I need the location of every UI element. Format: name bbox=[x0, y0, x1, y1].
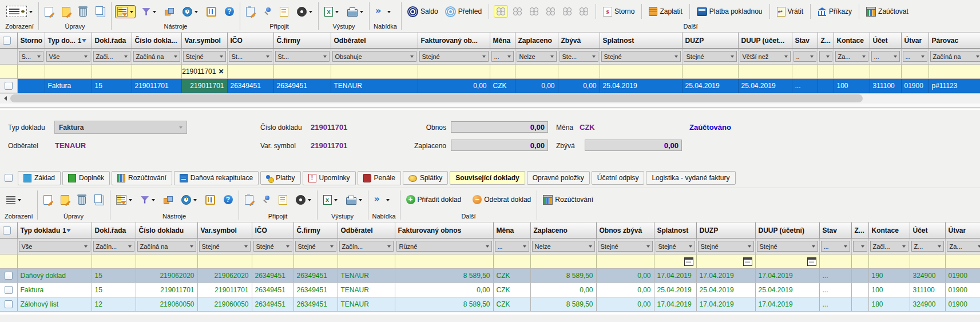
filter-operator-dropdown[interactable]: Stejné bbox=[295, 241, 336, 252]
filter-value-cell[interactable] bbox=[0, 255, 17, 269]
matched-cell[interactable]: 219011701 bbox=[181, 79, 227, 93]
refresh-button[interactable] bbox=[180, 194, 199, 206]
col-header[interactable]: Odběratel bbox=[331, 33, 418, 49]
cell[interactable]: 01900 bbox=[945, 269, 980, 283]
cell[interactable]: 0,00 bbox=[596, 283, 654, 297]
tab-opravne-polozky[interactable]: Opravné položky bbox=[527, 171, 590, 185]
col-header[interactable]: Měna bbox=[493, 222, 530, 238]
calendar-icon[interactable] bbox=[684, 257, 693, 266]
filter-value-cell[interactable] bbox=[910, 255, 945, 269]
filter-value-cell[interactable] bbox=[17, 255, 92, 269]
filter-value-cell[interactable]: 219011701✕ bbox=[181, 65, 227, 79]
col-header[interactable]: Zaplaceno bbox=[515, 33, 558, 49]
cell[interactable]: 25.04.2019 bbox=[682, 79, 738, 93]
cell[interactable] bbox=[851, 269, 868, 283]
tab-doplnek[interactable]: Doplněk bbox=[62, 171, 110, 185]
tab-ucetni-odpisy[interactable]: Účetní odpisy bbox=[592, 171, 645, 185]
filter-value-cell[interactable] bbox=[418, 65, 490, 79]
typ-dokladu-dropdown[interactable]: Faktura bbox=[54, 121, 187, 134]
cell[interactable]: 25.04.2019 bbox=[600, 79, 682, 93]
cell[interactable]: ... bbox=[819, 297, 851, 312]
cell[interactable] bbox=[851, 297, 868, 312]
calendar-icon[interactable] bbox=[807, 257, 816, 266]
col-header[interactable]: Párovac bbox=[929, 33, 980, 49]
cell[interactable]: 01900 bbox=[945, 297, 980, 312]
filter-operator-dropdown[interactable]: Stejné bbox=[698, 241, 754, 252]
filter-operator-dropdown[interactable]: Začín... bbox=[339, 241, 394, 252]
filter-operator-dropdown[interactable] bbox=[819, 51, 832, 62]
filter-value-cell[interactable] bbox=[493, 255, 530, 269]
clover-button-4[interactable] bbox=[544, 6, 557, 17]
cell[interactable]: CZK bbox=[493, 297, 530, 312]
filter-operator-dropdown[interactable]: .. bbox=[793, 51, 816, 62]
filter-operator-dropdown[interactable]: St... bbox=[229, 51, 272, 62]
col-header[interactable]: Útvar bbox=[901, 33, 929, 49]
cell[interactable]: 8 589,50 bbox=[530, 269, 596, 283]
cell[interactable]: TENAUR bbox=[338, 297, 395, 312]
filter-operator-dropdown[interactable]: ... bbox=[495, 241, 529, 252]
scroll-left-icon[interactable] bbox=[0, 94, 10, 103]
cell[interactable]: TENAUR bbox=[338, 283, 395, 297]
cell[interactable]: 219060050 bbox=[197, 297, 252, 312]
clear-filter-icon[interactable]: ✕ bbox=[218, 67, 224, 75]
horizontal-scrollbar[interactable] bbox=[0, 93, 980, 104]
filter-operator-dropdown[interactable]: Začíná na bbox=[133, 51, 180, 62]
col-header[interactable]: Dokl.řada bbox=[92, 222, 136, 238]
col-header[interactable]: DUZP bbox=[682, 33, 738, 49]
filter-value-cell[interactable] bbox=[596, 255, 654, 269]
row-checkbox[interactable] bbox=[5, 286, 13, 294]
prikazy-button[interactable]: Příkazy bbox=[816, 6, 854, 17]
menu-button[interactable] bbox=[372, 194, 391, 205]
tab-penale[interactable]: Penále bbox=[358, 171, 401, 185]
filter-value-cell[interactable] bbox=[755, 255, 819, 269]
cell[interactable]: 17.04.2019 bbox=[696, 297, 755, 312]
cell[interactable]: 0,00 bbox=[418, 79, 490, 93]
table-row[interactable]: Faktura 15 219011701 219011701 26349451 … bbox=[0, 283, 980, 297]
odebrat-doklad-button[interactable]: Odebrat doklad bbox=[471, 194, 533, 205]
cell[interactable]: 25.04.2019 bbox=[755, 283, 819, 297]
cell[interactable]: 26349451 bbox=[252, 283, 293, 297]
filter-value-cell[interactable] bbox=[132, 65, 181, 79]
filter-value-cell[interactable] bbox=[696, 255, 755, 269]
filter-value-cell[interactable] bbox=[792, 65, 818, 79]
col-header[interactable]: Splatnost bbox=[600, 33, 682, 49]
tab-splatky[interactable]: Splátky bbox=[403, 171, 448, 185]
clover-button-6[interactable] bbox=[577, 6, 590, 17]
cell[interactable]: 25.04.2019 bbox=[738, 79, 792, 93]
filter-operator-dropdown[interactable]: Stejné bbox=[183, 51, 226, 62]
cell[interactable]: 8 589,50 bbox=[395, 297, 493, 312]
filter-value-cell[interactable] bbox=[490, 65, 515, 79]
tab-danova-rekapitulace[interactable]: Daňová rekapitulace bbox=[174, 171, 259, 185]
filter-value-cell[interactable] bbox=[818, 65, 834, 79]
grid-settings-button[interactable] bbox=[116, 6, 135, 18]
cell[interactable]: 219011701 bbox=[136, 283, 197, 297]
filter-value-cell[interactable] bbox=[17, 65, 45, 79]
cell[interactable]: 180 bbox=[868, 297, 910, 312]
cell[interactable]: TENAUR bbox=[338, 269, 395, 283]
cell[interactable]: 219011701 bbox=[132, 79, 181, 93]
col-header[interactable]: IČO bbox=[252, 222, 293, 238]
media-button[interactable] bbox=[294, 194, 313, 206]
col-header[interactable]: Z... bbox=[818, 33, 834, 49]
new-record-button[interactable] bbox=[43, 6, 55, 18]
filter-value-cell[interactable] bbox=[0, 65, 17, 79]
col-header[interactable]: Stav bbox=[819, 222, 851, 238]
filter-value-cell[interactable] bbox=[600, 65, 682, 79]
filter-operator-dropdown[interactable]: Stejné bbox=[656, 241, 695, 252]
view-button[interactable] bbox=[5, 195, 23, 205]
col-header[interactable]: Storno bbox=[17, 33, 45, 49]
col-header[interactable]: Typ do...1 bbox=[45, 33, 92, 49]
cell[interactable]: 26349451 bbox=[293, 269, 338, 283]
cell[interactable]: 190 bbox=[868, 269, 910, 283]
table-row[interactable]: Daňový doklad 15 219062020 219062020 263… bbox=[0, 269, 980, 283]
filter-value-cell[interactable] bbox=[92, 255, 136, 269]
copy-record-button[interactable] bbox=[93, 193, 106, 206]
cell[interactable]: CZK bbox=[493, 269, 530, 283]
cell[interactable]: 25.04.2019 bbox=[696, 283, 755, 297]
edit-record-button[interactable] bbox=[59, 194, 71, 206]
filter-value-cell[interactable] bbox=[868, 255, 910, 269]
cell[interactable]: 219060050 bbox=[136, 297, 197, 312]
cell[interactable]: 15 bbox=[92, 269, 136, 283]
col-header[interactable]: DUZP bbox=[696, 222, 755, 238]
upper-grid-selected-row[interactable]: Faktura 15 219011701 219011701 26349451 … bbox=[0, 79, 980, 93]
